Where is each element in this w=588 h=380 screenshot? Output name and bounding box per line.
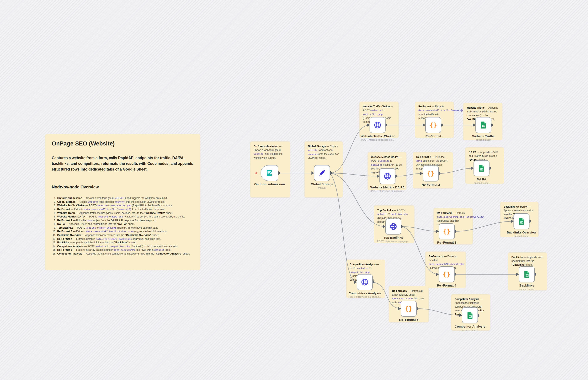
connection-wire[interactable]: [417, 309, 462, 315]
globe-icon: [389, 222, 398, 231]
svg-text:{: {: [405, 305, 409, 312]
connection-wire[interactable]: [373, 282, 401, 309]
node-label: On form submission: [254, 182, 285, 186]
code-braces-icon: { }: [426, 169, 435, 178]
node-re-format-4[interactable]: { }: [439, 266, 455, 282]
svg-text:{: {: [443, 228, 447, 235]
pencil-icon: [317, 169, 327, 178]
node-label: Website Traffic: [472, 134, 495, 138]
node-website-metrics-da-pa[interactable]: [379, 168, 395, 184]
node-label: Re -Format 5: [399, 318, 418, 322]
node-subtitle: POST: https://seo-on-page.p...: [349, 296, 381, 298]
node-label: Website Traffic Cheker: [361, 134, 394, 138]
globe-icon: [360, 277, 369, 287]
node-label: Global Storage: [311, 182, 333, 186]
execute-marker-icon: [254, 171, 258, 175]
connection-wire[interactable]: [439, 168, 474, 173]
node-subtitle: append: sheet: [462, 329, 478, 331]
node-competitor-analysis[interactable]: [462, 307, 478, 323]
svg-text:{: {: [443, 271, 447, 278]
code-braces-icon: { }: [404, 304, 413, 313]
node-re-format-5[interactable]: { }: [401, 301, 417, 317]
node-subtitle: append: sheet: [514, 235, 529, 237]
connection-wire[interactable]: [330, 173, 357, 282]
google-sheets-icon: [522, 270, 531, 279]
node-label: Backlinks: [519, 284, 534, 287]
node-website-traffic-cheker[interactable]: [369, 117, 386, 133]
node-label: Backlinks Overview: [507, 230, 536, 234]
node-subtitle: POST: https://seo-on-page.p...: [377, 240, 410, 243]
node-label: Re -Format 3: [437, 241, 457, 244]
connection-wire[interactable]: [455, 221, 514, 231]
globe-icon: [383, 171, 392, 181]
node-label: Website Metrics DA PA: [370, 186, 404, 189]
node-da-pa[interactable]: [474, 160, 490, 176]
node-global-storage[interactable]: [314, 165, 330, 181]
connection-wire[interactable]: [401, 227, 439, 274]
code-braces-icon: { }: [442, 270, 451, 279]
node-label: Top Baclinks: [384, 236, 403, 239]
connection-wire[interactable]: [330, 125, 369, 173]
node-website-traffic[interactable]: [476, 117, 491, 133]
code-braces-icon: { }: [429, 120, 438, 130]
node-on-form-submission[interactable]: [260, 165, 278, 181]
node-subtitle: POST: https://seo-on-page.p...: [371, 190, 404, 192]
form-trigger-icon: [265, 169, 274, 178]
node-competitors-analysis[interactable]: [357, 274, 373, 290]
node-subtitle: append: sheet: [474, 182, 489, 184]
svg-text:}: }: [409, 305, 412, 312]
node-label: Re-Format: [425, 134, 441, 138]
node-re-format-3[interactable]: { }: [439, 223, 455, 239]
code-braces-icon: { }: [442, 227, 451, 236]
svg-text:}: }: [447, 271, 450, 278]
svg-text:}: }: [433, 121, 437, 129]
svg-text:}: }: [447, 228, 450, 235]
node-subtitle: POST: https://seo-on-page.p...: [361, 138, 394, 141]
svg-text:}: }: [431, 170, 434, 177]
connections-layer: [0, 0, 588, 380]
google-sheets-icon: [477, 164, 486, 173]
svg-text:{: {: [427, 170, 431, 177]
node-label: Re-Format 2: [422, 183, 440, 186]
google-sheets-icon: [517, 217, 526, 226]
svg-text:{: {: [430, 121, 433, 129]
node-backlinks-overview[interactable]: [514, 213, 530, 229]
globe-icon: [373, 120, 382, 130]
node-re-format-2[interactable]: { }: [423, 166, 439, 181]
node-re-format[interactable]: { }: [425, 117, 441, 133]
node-label: Competitors Analysis: [349, 291, 381, 295]
node-label: Competitor Analysis: [455, 325, 485, 328]
google-sheets-icon: [479, 120, 488, 130]
workflow-canvas[interactable]: OnPage SEO (Website) Captures a website …: [0, 0, 588, 380]
node-subtitle: append: sheet: [476, 138, 491, 141]
google-sheets-icon: [465, 311, 475, 320]
node-subtitle: append: sheet: [519, 288, 534, 290]
node-label: DA PA: [477, 177, 486, 181]
node-top-baclinks[interactable]: [385, 219, 401, 234]
connection-wire[interactable]: [395, 173, 423, 176]
node-backlinks[interactable]: [519, 266, 535, 282]
node-subtitle: manual: [318, 187, 326, 189]
node-label: Re -Format 4: [437, 284, 456, 287]
